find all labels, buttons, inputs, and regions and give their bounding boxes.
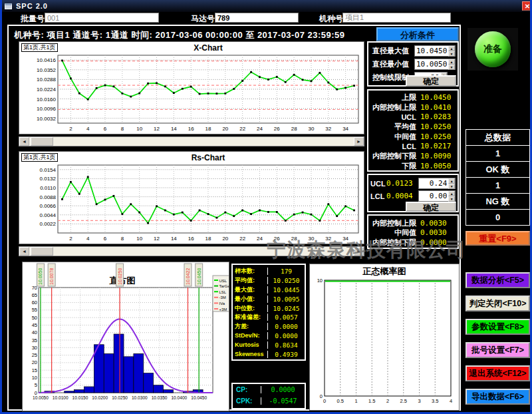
svg-text:20: 20	[222, 236, 228, 242]
ucl-label: UCL	[370, 180, 386, 188]
spin-down-icon[interactable]: ▼	[448, 196, 455, 202]
dia-min-label: 直径最小值	[370, 59, 414, 69]
limit-row: 中间值10.0250	[371, 132, 455, 142]
svg-text:6: 6	[104, 236, 107, 242]
svg-text:65: 65	[32, 292, 37, 298]
limit-row: 中间值0.0030	[371, 228, 455, 238]
function-button-5[interactable]: 退出系统<F12>	[466, 365, 530, 381]
limit-row: 平均值10.0250	[371, 122, 455, 132]
scroll-left-icon[interactable]: ◄	[19, 247, 29, 256]
ok-label: OK 数	[466, 161, 530, 178]
svg-text:10.0150: 10.0150	[72, 395, 88, 400]
confirm-button[interactable]: 确定	[406, 75, 456, 87]
svg-text:1.5: 1.5	[368, 398, 375, 404]
motor-input[interactable]	[215, 13, 299, 23]
spin-up-icon[interactable]: ▲	[448, 46, 455, 51]
spin-down-icon[interactable]: ▼	[448, 184, 455, 189]
ucl-input[interactable]	[419, 178, 448, 188]
capability-box: CP: 0.0000 CPK: -0.0547	[231, 383, 306, 409]
limit-row: 内部控制下限0.0000	[371, 238, 455, 248]
svg-text:10.0100: 10.0100	[53, 395, 68, 400]
function-button-4[interactable]: 批号设置<F7>	[466, 342, 530, 358]
dia-max-input[interactable]	[415, 46, 448, 56]
scroll-track[interactable]	[29, 247, 354, 256]
svg-text:10: 10	[136, 126, 142, 132]
limit-label: 内部控制上限	[371, 218, 416, 228]
ucl-spinner[interactable]: ▲▼	[418, 178, 456, 189]
svg-text:30: 30	[32, 345, 37, 351]
stat-label: 最小值:	[233, 295, 267, 304]
svg-text:10.0050: 10.0050	[38, 268, 43, 285]
lcl-spinner[interactable]: ▲▼	[418, 190, 456, 202]
machine-input[interactable]	[342, 13, 451, 23]
limit-label: 内部控制下限	[371, 151, 416, 161]
stat-row: 最小值:10.0095	[233, 294, 305, 304]
stat-label: StDev/N:	[233, 332, 267, 339]
reset-button[interactable]: 重置<F9>	[466, 231, 530, 246]
function-button-2[interactable]: 判定关闭<F10>	[466, 296, 530, 311]
confirm-button-2[interactable]: 确定	[406, 202, 456, 212]
scroll-left-icon[interactable]: ◄	[19, 137, 29, 146]
dia-min-spinner[interactable]: ▲▼	[414, 59, 456, 70]
svg-text:正态概率图: 正态概率图	[362, 266, 406, 276]
function-button-3[interactable]: 参数设置<F8>	[466, 319, 530, 335]
stat-row: 平均值:10.0250	[233, 276, 305, 286]
limit-label: 内部控制上限	[371, 103, 416, 112]
close-button[interactable]: ✕	[522, 1, 532, 11]
title-bar[interactable]: SPC 2.0 ✕	[2, 0, 532, 12]
svg-text:10.0096: 10.0096	[37, 106, 56, 112]
limit-row: LCL10.0217	[371, 141, 455, 151]
svg-text:55: 55	[32, 307, 37, 313]
total-value: 1	[466, 145, 530, 162]
spin-down-icon[interactable]: ▼	[448, 51, 455, 57]
stat-label: 平均值:	[233, 276, 267, 285]
limit-value: 10.0090	[420, 152, 455, 160]
svg-text:20: 20	[32, 359, 37, 365]
analyze-conditions-button[interactable]: 分析条件	[376, 27, 459, 41]
function-button-1[interactable]: 数据分析<F5>	[466, 272, 530, 288]
main-panel: 机种号: 项目1 通道号: 1通道 时间: 2017-03-06 00:00:0…	[7, 25, 461, 411]
machine-label: 机种号:	[319, 13, 346, 25]
dia-max-spinner[interactable]: ▲▼	[414, 45, 456, 57]
spin-up-icon[interactable]: ▲	[448, 191, 455, 196]
svg-text:USL: USL	[219, 279, 227, 283]
scroll-right-icon[interactable]: ►	[354, 247, 364, 256]
limit-label: 中间值	[371, 132, 416, 142]
dia-min-input[interactable]	[415, 59, 448, 69]
svg-text:10.0250: 10.0250	[118, 268, 122, 285]
svg-text:6: 6	[104, 126, 107, 132]
svg-text:60: 60	[32, 300, 37, 306]
spin-up-icon[interactable]: ▲	[448, 178, 455, 184]
svg-text:30: 30	[309, 126, 315, 132]
batch-input[interactable]	[45, 13, 159, 23]
lcl-input[interactable]	[419, 191, 448, 201]
svg-text:8: 8	[121, 236, 124, 242]
scroll-thumb[interactable]	[31, 137, 53, 146]
svg-text:10.0160: 10.0160	[37, 97, 56, 103]
ready-indicator[interactable]: 准备	[475, 31, 511, 67]
stat-value: 0.0000	[267, 332, 305, 339]
limit-value: 10.0450	[420, 93, 455, 102]
batch-label: 批量号:	[21, 13, 47, 25]
scroll-thumb[interactable]	[31, 247, 53, 256]
rs-chart-scrollbar[interactable]: ◄ ►	[19, 246, 364, 256]
limits-box: 上限10.0450内部控制上限10.0410UCL10.0283平均值10.02…	[367, 89, 459, 172]
stat-label: 标准偏差:	[233, 313, 267, 321]
scroll-right-icon[interactable]: ►	[354, 137, 364, 146]
x-chart-scrollbar[interactable]: ◄ ►	[19, 136, 364, 146]
svg-text:10.0352: 10.0352	[37, 67, 56, 73]
spin-up-icon[interactable]: ▲	[448, 59, 455, 65]
spin-down-icon[interactable]: ▼	[448, 65, 455, 70]
function-button-6[interactable]: 导出数据<F6>	[466, 389, 530, 405]
scroll-track[interactable]	[29, 137, 354, 146]
stat-row: 中位数:10.0245	[233, 304, 305, 313]
svg-text:LSL: LSL	[219, 290, 227, 294]
stat-label: 样本数:	[233, 267, 267, 276]
x-chart-page-label: 第1页,共1页	[21, 43, 58, 52]
stat-value: 10.0245	[267, 305, 305, 312]
svg-text:28: 28	[291, 126, 297, 132]
dia-max-label: 直径最大值	[370, 46, 414, 56]
limit-value: 10.0410	[420, 103, 455, 112]
svg-text:32: 32	[325, 236, 331, 242]
rs-chart-page-label: 第1页,共1页	[21, 153, 58, 162]
